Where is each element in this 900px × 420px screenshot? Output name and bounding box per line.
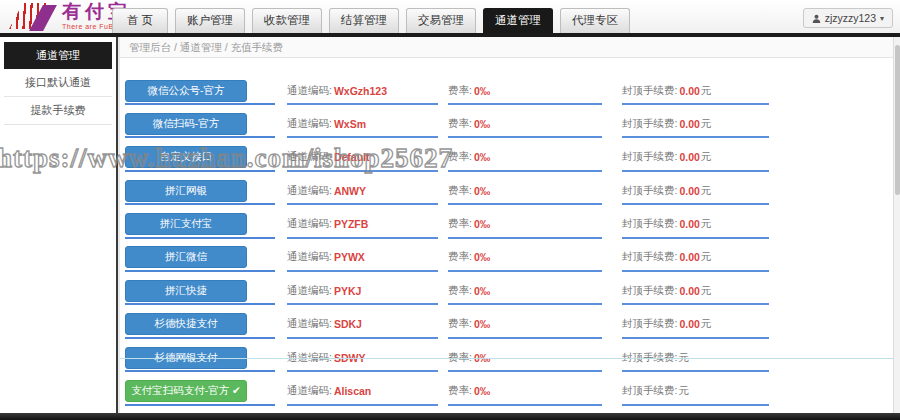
channel-button[interactable]: 微信扫码-官方	[125, 113, 247, 135]
cap-fee-value: 0.00	[679, 251, 699, 263]
channel-code-label: 通道编码:	[287, 250, 332, 264]
scrollbar-thumb[interactable]	[895, 45, 900, 195]
tab-trade[interactable]: 交易管理	[406, 8, 476, 33]
cap-fee-field[interactable]: 封顶手续费:0.00元	[622, 278, 769, 305]
sidebar-item-interface-default-channel[interactable]: 接口默认通道	[4, 69, 112, 97]
cap-fee-value: 0.00	[679, 218, 699, 230]
rate-field[interactable]: 费率:0‰	[448, 111, 602, 138]
channel-code-value: PYKJ	[334, 285, 361, 297]
cap-fee-field[interactable]: 封顶手续费:0.00元	[622, 312, 769, 339]
channel-row: 拼汇支付宝通道编码:PYZFB费率:0‰封顶手续费:0.00元	[120, 210, 893, 243]
tab-channel[interactable]: 通道管理	[483, 8, 553, 33]
cap-fee-label: 封顶手续费:	[622, 184, 677, 198]
cap-fee-unit: 元	[701, 184, 712, 198]
rate-label: 费率:	[448, 384, 472, 398]
cap-fee-field[interactable]: 封顶手续费:0.00元	[622, 145, 769, 172]
channel-code-field[interactable]: 通道编码:PYKJ	[287, 278, 438, 305]
channel-code-field[interactable]: 通道编码:Default	[287, 145, 438, 172]
channel-code-field[interactable]: 通道编码:ANWY	[287, 178, 438, 205]
rate-label: 费率:	[448, 317, 472, 331]
rate-label: 费率:	[448, 284, 472, 298]
cap-fee-unit: 元	[701, 150, 712, 164]
tab-collection[interactable]: 收款管理	[252, 8, 322, 33]
rate-label: 费率:	[448, 117, 472, 131]
cap-fee-field[interactable]: 封顶手续费:元	[622, 379, 769, 406]
section-divider	[120, 358, 893, 359]
tab-account[interactable]: 账户管理	[175, 8, 245, 33]
cap-fee-value: 0.00	[679, 318, 699, 330]
channel-code-value: Default	[334, 151, 370, 163]
user-menu-button[interactable]: zjzyzzy123 ▾	[803, 8, 893, 28]
sidebar-item-withdraw-fee[interactable]: 提款手续费	[4, 97, 112, 125]
cap-fee-unit: 元	[701, 284, 712, 298]
channel-button-cell: 支付宝扫码支付-官方 ✔	[125, 379, 275, 406]
channel-row: 拼汇快捷通道编码:PYKJ费率:0‰封顶手续费:0.00元	[120, 276, 893, 309]
user-name: zjzyzzy123	[825, 12, 876, 24]
rate-label: 费率:	[448, 184, 472, 198]
channel-code-field[interactable]: 通道编码:WxGzh123	[287, 78, 438, 105]
channel-button[interactable]: 自定义接口	[125, 146, 247, 168]
rate-field[interactable]: 费率:0‰	[448, 379, 602, 406]
channel-button[interactable]: 拼汇支付宝	[125, 213, 247, 235]
channel-code-field[interactable]: 通道编码:PYZFB	[287, 212, 438, 239]
rate-label: 费率:	[448, 250, 472, 264]
channel-button-cell: 微信公众号-官方	[125, 78, 275, 105]
channel-button[interactable]: 微信公众号-官方	[125, 80, 247, 102]
channel-code-field[interactable]: 通道编码:Aliscan	[287, 379, 438, 406]
channel-button-cell: 拼汇微信	[125, 245, 275, 272]
tab-home[interactable]: 首 页	[112, 8, 168, 33]
channel-code-value: WxSm	[334, 118, 366, 130]
scrollbar[interactable]	[893, 37, 900, 413]
channel-code-field[interactable]: 通道编码:SDKJ	[287, 312, 438, 339]
channel-code-value: SDKJ	[334, 318, 362, 330]
rate-field[interactable]: 费率:0‰	[448, 145, 602, 172]
channel-row: 拼汇网银通道编码:ANWY费率:0‰封顶手续费:0.00元	[120, 176, 893, 209]
tab-settlement[interactable]: 结算管理	[329, 8, 399, 33]
channel-code-value: WxGzh123	[334, 85, 387, 97]
cap-fee-value: 0.00	[679, 85, 699, 97]
rate-field[interactable]: 费率:0‰	[448, 312, 602, 339]
channel-button[interactable]: 拼汇微信	[125, 246, 247, 268]
cap-fee-field[interactable]: 封顶手续费:0.00元	[622, 78, 769, 105]
rate-value: 0‰	[474, 85, 490, 97]
rate-value: 0‰	[474, 218, 490, 230]
sidebar: 通道管理接口默认通道提款手续费	[0, 37, 118, 413]
cap-fee-label: 封顶手续费:	[622, 284, 677, 298]
rate-value: 0‰	[474, 385, 490, 397]
rate-field[interactable]: 费率:0‰	[448, 178, 602, 205]
channel-button-cell: 拼汇支付宝	[125, 212, 275, 239]
cap-fee-field[interactable]: 封顶手续费:0.00元	[622, 212, 769, 239]
channel-button[interactable]: 支付宝扫码支付-官方 ✔	[125, 380, 247, 402]
channel-code-field[interactable]: 通道编码:WxSm	[287, 111, 438, 138]
rate-value: 0‰	[474, 318, 490, 330]
rate-field[interactable]: 费率:0‰	[448, 245, 602, 272]
rate-label: 费率:	[448, 217, 472, 231]
cap-fee-field[interactable]: 封顶手续费:0.00元	[622, 178, 769, 205]
channel-button-cell: 拼汇快捷	[125, 278, 275, 305]
cap-fee-label: 封顶手续费:	[622, 150, 677, 164]
channel-row: 微信公众号-官方通道编码:WxGzh123费率:0‰封顶手续费:0.00元	[120, 76, 893, 109]
cap-fee-unit: 元	[701, 317, 712, 331]
nav-tabs: 首 页账户管理收款管理结算管理交易管理通道管理代理专区	[112, 8, 630, 33]
cap-fee-field[interactable]: 封顶手续费:0.00元	[622, 111, 769, 138]
channel-list: 微信公众号-官方通道编码:WxGzh123费率:0‰封顶手续费:0.00元微信扫…	[120, 58, 893, 413]
channel-button[interactable]: 拼汇网银	[125, 180, 247, 202]
cap-fee-field[interactable]: 封顶手续费:0.00元	[622, 245, 769, 272]
channel-code-field[interactable]: 通道编码:PYWX	[287, 245, 438, 272]
cap-fee-value: 0.00	[679, 151, 699, 163]
cap-fee-label: 封顶手续费:	[622, 384, 677, 398]
cap-fee-unit: 元	[701, 84, 712, 98]
sidebar-item-channel-manage[interactable]: 通道管理	[4, 42, 112, 69]
channel-button[interactable]: 杉德快捷支付	[125, 313, 247, 335]
caret-down-icon: ▾	[880, 14, 884, 23]
channel-code-label: 通道编码:	[287, 217, 332, 231]
channel-button[interactable]: 拼汇快捷	[125, 280, 247, 302]
channel-row: 杉德快捷支付通道编码:SDKJ费率:0‰封顶手续费:0.00元	[120, 310, 893, 343]
rate-field[interactable]: 费率:0‰	[448, 278, 602, 305]
rate-field[interactable]: 费率:0‰	[448, 212, 602, 239]
channel-button-cell: 拼汇网银	[125, 178, 275, 205]
tab-agent[interactable]: 代理专区	[560, 8, 630, 33]
rate-field[interactable]: 费率:0‰	[448, 78, 602, 105]
channel-code-label: 通道编码:	[287, 284, 332, 298]
channel-code-label: 通道编码:	[287, 317, 332, 331]
